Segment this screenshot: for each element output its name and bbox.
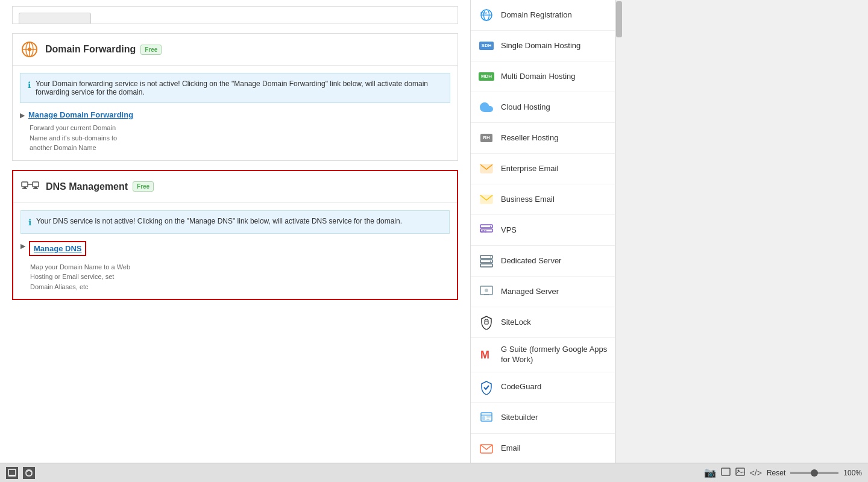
- dns-management-body: ℹ Your DNS service is not active! Clicki…: [13, 203, 457, 299]
- sidebar-icon-email: [478, 440, 495, 457]
- sidebar-item-single-domain-hosting[interactable]: SDHSingle Domain Hosting: [471, 31, 615, 61]
- sidebar-item-cloud-hosting[interactable]: Cloud Hosting: [471, 92, 615, 123]
- svg-rect-34: [482, 416, 485, 420]
- zoom-handle[interactable]: [811, 469, 818, 477]
- zoom-label: 100%: [843, 469, 862, 477]
- dns-management-section: DNS Management Free ℹ Your DNS service i…: [12, 170, 458, 301]
- sidebar-label-email: Email: [501, 443, 521, 454]
- scrollbar-thumb[interactable]: [616, 1, 622, 37]
- dns-management-icon: [20, 177, 40, 196]
- info-icon-forwarding: ℹ: [28, 80, 31, 90]
- dns-management-badge: Free: [133, 181, 154, 192]
- svg-point-4: [28, 48, 31, 51]
- svg-rect-6: [33, 182, 39, 187]
- sidebar-icon-dedicated-server: [478, 252, 495, 269]
- svg-rect-5: [22, 182, 28, 187]
- manage-dns-row: ▶ Manage DNS: [20, 241, 450, 258]
- sidebar-label-sitebuilder: Sitebuilder: [501, 413, 538, 423]
- sidebar-icon-gsuite: M: [478, 346, 495, 363]
- sidebar-item-codeguard[interactable]: CodeGuard: [471, 372, 615, 403]
- top-card: [12, 6, 458, 24]
- sidebar-item-enterprise-email[interactable]: Enterprise Email: [471, 154, 615, 184]
- taskbar-icon-1[interactable]: [6, 467, 18, 479]
- domain-forwarding-section: Domain Forwarding Free ℹ Your Domain for…: [12, 33, 458, 161]
- sidebar-icon-cloud-hosting: [478, 99, 495, 116]
- sidebar-label-sitelock: SiteLock: [501, 318, 531, 328]
- sidebar-label-managed-server: Managed Server: [501, 287, 559, 297]
- sidebar-label-vps: VPS: [501, 225, 517, 236]
- sidebar-icon-managed-server: [478, 283, 495, 300]
- sidebar-label-enterprise-email: Enterprise Email: [501, 164, 558, 174]
- right-scrollbar[interactable]: [615, 0, 622, 482]
- main-content: Domain Forwarding Free ℹ Your Domain for…: [0, 0, 470, 482]
- taskbar: 📷 </> Reset 100%: [0, 463, 868, 482]
- sidebar-icon-multi-domain-hosting: MDH: [478, 68, 495, 85]
- sidebar-icon-reseller-hosting: RH: [478, 130, 495, 146]
- sidebar-item-business-email[interactable]: Business Email: [471, 184, 615, 215]
- sidebar-icon-sitelock: [478, 314, 495, 331]
- manage-forwarding-link[interactable]: Manage Domain Forwarding: [28, 110, 133, 119]
- domain-forwarding-badge: Free: [140, 45, 162, 55]
- sidebar-item-domain-registration[interactable]: wwwDomain Registration: [471, 0, 615, 31]
- sidebar-item-vps[interactable]: VPSVPS: [471, 215, 615, 246]
- svg-rect-24: [480, 264, 492, 267]
- svg-point-26: [490, 261, 491, 262]
- svg-rect-30: [485, 321, 488, 324]
- manage-dns-link[interactable]: Manage DNS: [34, 244, 81, 253]
- sidebar-item-gsuite[interactable]: MG Suite (formerly Google Apps for Work): [471, 338, 615, 372]
- svg-rect-43: [722, 468, 730, 475]
- sidebar-label-reseller-hosting: Reseller Hosting: [501, 133, 558, 143]
- dns-management-title: DNS Management: [46, 181, 128, 192]
- sidebar-label-dedicated-server: Dedicated Server: [501, 256, 561, 266]
- dns-management-desc: Map your Domain Name to a WebHosting or …: [30, 262, 450, 292]
- dns-management-info: ℹ Your DNS service is not active! Clicki…: [20, 210, 450, 234]
- zoom-slider[interactable]: [790, 472, 838, 474]
- arrow-icon-forwarding: ▶: [20, 111, 25, 119]
- sidebar-label-cloud-hosting: Cloud Hosting: [501, 102, 550, 113]
- sidebar-item-email[interactable]: Email: [471, 434, 615, 465]
- sidebar-icon-sitebuilder: [478, 410, 495, 427]
- sidebar-icon-business-email: [478, 191, 495, 208]
- domain-forwarding-header: Domain Forwarding Free: [13, 34, 458, 66]
- manage-dns-link-box: Manage DNS: [29, 241, 86, 256]
- sidebar-icon-single-domain-hosting: SDH: [478, 37, 495, 54]
- taskbar-right: 📷 </> Reset 100%: [704, 467, 862, 478]
- svg-point-25: [490, 257, 491, 258]
- info-icon-dns: ℹ: [28, 218, 31, 227]
- sidebar-item-managed-server[interactable]: Managed Server: [471, 277, 615, 307]
- code-icon[interactable]: </>: [750, 468, 762, 478]
- svg-rect-41: [8, 469, 16, 475]
- domain-forwarding-info-text: Your Domain forwarding service is not ac…: [36, 80, 442, 96]
- manage-forwarding-row: ▶ Manage Domain Forwarding: [20, 110, 450, 119]
- svg-point-28: [485, 289, 488, 292]
- sidebar-item-multi-domain-hosting[interactable]: MDHMulti Domain Hosting: [471, 61, 615, 92]
- sidebar-item-dedicated-server[interactable]: Dedicated Server: [471, 246, 615, 277]
- sidebar-icon-vps: VPS: [478, 222, 495, 239]
- dns-management-header: DNS Management Free: [13, 171, 457, 203]
- svg-text:VPS: VPS: [480, 230, 487, 233]
- sidebar-icon-domain-registration: www: [478, 7, 495, 23]
- zoom-control[interactable]: [790, 472, 838, 474]
- image-icon[interactable]: [735, 467, 745, 478]
- svg-point-20: [490, 226, 491, 227]
- arrow-icon-dns: ▶: [20, 242, 25, 250]
- dns-management-info-text: Your DNS service is not active! Clicking…: [36, 217, 402, 225]
- reset-label[interactable]: Reset: [767, 469, 785, 477]
- window-icon[interactable]: [721, 467, 731, 478]
- sidebar-item-sitelock[interactable]: SiteLock: [471, 307, 615, 338]
- sidebar-label-multi-domain-hosting: Multi Domain Hosting: [501, 72, 576, 82]
- camera-icon[interactable]: 📷: [704, 467, 716, 478]
- svg-text:M: M: [480, 349, 489, 361]
- domain-forwarding-body: ℹ Your Domain forwarding service is not …: [13, 66, 458, 160]
- sidebar-item-sitebuilder[interactable]: Sitebuilder: [471, 403, 615, 434]
- svg-rect-35: [486, 416, 491, 418]
- domain-forwarding-icon: [20, 40, 39, 59]
- domain-forwarding-desc: Forward your current DomainName and it's…: [30, 123, 450, 153]
- sidebar: wwwDomain RegistrationSDHSingle Domain H…: [470, 0, 615, 482]
- sidebar-label-codeguard: CodeGuard: [501, 382, 541, 392]
- sidebar-icon-enterprise-email: [478, 160, 495, 177]
- sidebar-label-single-domain-hosting: Single Domain Hosting: [501, 41, 580, 51]
- sidebar-label-domain-registration: Domain Registration: [501, 10, 572, 20]
- sidebar-item-reseller-hosting[interactable]: RHReseller Hosting: [471, 123, 615, 154]
- taskbar-icon-2[interactable]: [23, 467, 35, 479]
